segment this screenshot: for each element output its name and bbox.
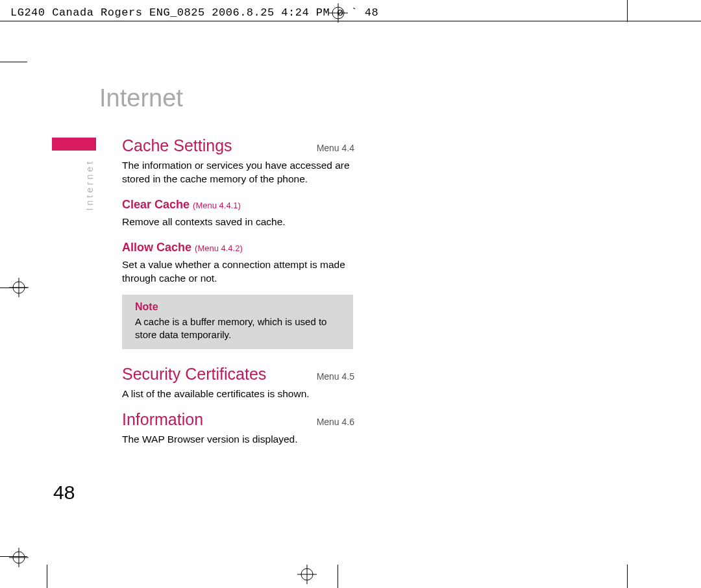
information-text: The WAP Browser version is displayed. bbox=[122, 433, 362, 447]
information-header-row: Information Menu 4.6 bbox=[122, 410, 354, 429]
side-label: Internet bbox=[84, 159, 95, 210]
crop-mark-br-v bbox=[627, 565, 628, 588]
security-title: Security Certificates bbox=[122, 365, 266, 384]
allow-cache-title: Allow Cache (Menu 4.4.2) bbox=[122, 241, 362, 254]
information-menu-ref: Menu 4.6 bbox=[317, 417, 354, 427]
cache-settings-intro: The information or services you have acc… bbox=[122, 159, 362, 186]
section-marker-bar bbox=[52, 138, 96, 151]
page-number: 48 bbox=[53, 482, 75, 504]
header-rule bbox=[0, 21, 701, 21]
crop-mark-top-vertical bbox=[627, 0, 628, 22]
crop-mark-bc-v bbox=[338, 565, 338, 588]
security-menu-ref: Menu 4.5 bbox=[317, 371, 354, 382]
note-title: Note bbox=[135, 301, 344, 313]
cache-settings-menu-ref: Menu 4.4 bbox=[317, 143, 354, 153]
crop-mark-bl-v bbox=[47, 565, 47, 588]
security-header-row: Security Certificates Menu 4.5 bbox=[122, 365, 354, 384]
cache-settings-header-row: Cache Settings Menu 4.4 bbox=[122, 136, 354, 155]
information-title: Information bbox=[122, 410, 203, 429]
clear-cache-text: Remove all contexts saved in cache. bbox=[122, 215, 362, 229]
registration-mark-bottom-center bbox=[297, 565, 317, 584]
allow-cache-text: Set a value whether a connection attempt… bbox=[122, 258, 362, 286]
clear-cache-label: Clear Cache bbox=[122, 198, 190, 211]
allow-cache-label: Allow Cache bbox=[122, 241, 191, 254]
content-area: Cache Settings Menu 4.4 The information … bbox=[122, 136, 362, 456]
chapter-title: Internet bbox=[99, 84, 183, 112]
crop-mark-lt-h bbox=[0, 62, 27, 62]
note-box: Note A cache is a buffer memory, which i… bbox=[122, 295, 353, 350]
allow-cache-menu-ref: (Menu 4.4.2) bbox=[195, 243, 243, 253]
cache-settings-title: Cache Settings bbox=[122, 136, 232, 155]
security-text: A list of the available certificates is … bbox=[122, 387, 362, 401]
clear-cache-menu-ref: (Menu 4.4.1) bbox=[193, 201, 241, 210]
note-text: A cache is a buffer memory, which is use… bbox=[135, 315, 344, 342]
print-header: LG240 Canada Rogers ENG_0825 2006.8.25 4… bbox=[10, 6, 378, 19]
registration-mark-top bbox=[328, 3, 348, 23]
registration-mark-bottom-left bbox=[9, 548, 29, 567]
registration-mark-left bbox=[9, 278, 29, 297]
clear-cache-title: Clear Cache (Menu 4.4.1) bbox=[122, 198, 362, 212]
